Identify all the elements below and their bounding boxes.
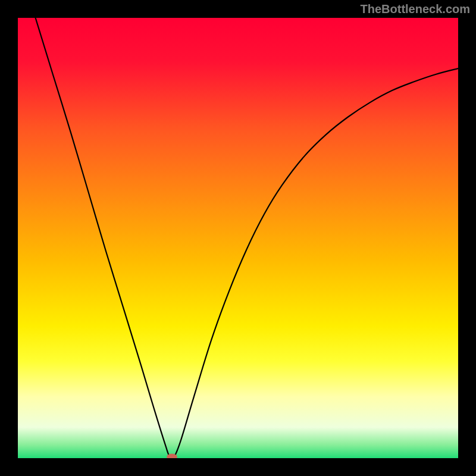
plot-area xyxy=(18,18,458,458)
gradient-background xyxy=(18,18,458,458)
chart-container: TheBottleneck.com xyxy=(0,0,476,476)
chart-svg xyxy=(18,18,458,458)
watermark-text: TheBottleneck.com xyxy=(361,2,470,16)
